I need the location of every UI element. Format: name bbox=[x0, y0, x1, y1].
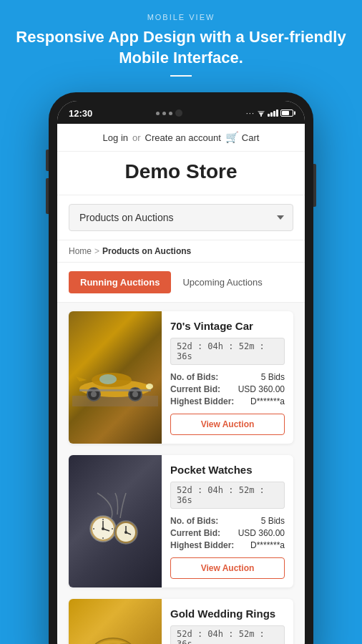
header-section: MOBILE VIEW Responsive App Design with a… bbox=[0, 0, 362, 92]
product-title-2: Gold Wedding Rings bbox=[170, 608, 285, 620]
bid-row-count-0: No. of Bids: 5 Bids bbox=[170, 372, 285, 382]
status-dot1 bbox=[156, 112, 160, 115]
cart-nav[interactable]: 🛒 Cart bbox=[225, 131, 260, 144]
current-bid-value-1: USD 360.00 bbox=[238, 528, 285, 538]
product-layout-0: 70's Vintage Car 52d : 04h : 52m : 36s N… bbox=[69, 311, 293, 444]
gold-rings-svg bbox=[76, 624, 155, 644]
battery-icon bbox=[280, 109, 293, 117]
svg-point-8 bbox=[91, 391, 97, 397]
svg-point-25 bbox=[102, 537, 104, 539]
bid-info-0: No. of Bids: 5 Bids Current Bid: USD 360… bbox=[170, 372, 285, 406]
status-dot2 bbox=[162, 112, 166, 115]
highest-bidder-value-0: D*******a bbox=[250, 396, 285, 406]
dropdown-section: Products on Auctions All Products Runnin… bbox=[57, 195, 305, 240]
current-bid-label-0: Current Bid: bbox=[170, 384, 220, 394]
timer-badge-2: 52d : 04h : 52m : 36s bbox=[170, 625, 285, 644]
bids-value-1: 5 Bids bbox=[261, 516, 285, 526]
mobile-view-label: MOBILE VIEW bbox=[14, 13, 348, 21]
product-card-1: Pocket Watches 52d : 04h : 52m : 36s No.… bbox=[69, 455, 293, 587]
product-card-0: 70's Vintage Car 52d : 04h : 52m : 36s N… bbox=[69, 311, 293, 444]
store-name: Demo Store bbox=[69, 160, 293, 183]
breadcrumb-separator: > bbox=[94, 246, 99, 256]
bid-row-current-1: Current Bid: USD 360.00 bbox=[170, 528, 285, 538]
tab-running[interactable]: Running Auctions bbox=[69, 271, 171, 293]
bids-label-0: No. of Bids: bbox=[170, 372, 218, 382]
product-details-1: Pocket Watches 52d : 04h : 52m : 36s No.… bbox=[162, 455, 293, 587]
status-icons: ··· bbox=[246, 109, 293, 117]
timer-badge-1: 52d : 04h : 52m : 36s bbox=[170, 482, 285, 509]
svg-point-6 bbox=[99, 374, 117, 384]
vintage-car-svg bbox=[72, 349, 158, 406]
bid-row-highest-1: Highest Bidder: D*******a bbox=[170, 540, 285, 550]
svg-point-10 bbox=[132, 391, 138, 397]
svg-point-2 bbox=[260, 115, 262, 117]
breadcrumb-current: Products on Auctions bbox=[102, 246, 191, 256]
breadcrumb-home[interactable]: Home bbox=[69, 246, 92, 256]
bid-row-count-1: No. of Bids: 5 Bids bbox=[170, 516, 285, 526]
signal-bars bbox=[268, 109, 278, 117]
svg-point-11 bbox=[146, 384, 153, 389]
status-center bbox=[156, 109, 182, 117]
bids-value-0: 5 Bids bbox=[261, 372, 285, 382]
network-dots: ··· bbox=[246, 109, 255, 117]
product-title-0: 70's Vintage Car bbox=[170, 320, 285, 332]
svg-marker-12 bbox=[76, 376, 87, 381]
status-bar: 12:30 ··· bbox=[57, 101, 305, 124]
camera-notch bbox=[175, 109, 182, 117]
svg-rect-3 bbox=[72, 396, 158, 406]
product-details-0: 70's Vintage Car 52d : 04h : 52m : 36s N… bbox=[162, 311, 293, 444]
cart-icon: 🛒 bbox=[225, 131, 239, 144]
highest-bidder-label-1: Highest Bidder: bbox=[170, 540, 234, 550]
divider-line bbox=[170, 75, 192, 77]
phone-screen: 12:30 ··· bbox=[57, 101, 305, 644]
category-dropdown[interactable]: Products on Auctions All Products Runnin… bbox=[69, 204, 293, 231]
side-btn-right bbox=[313, 164, 316, 207]
headline: Responsive App Design with a User-friend… bbox=[14, 27, 348, 68]
store-title-section: Demo Store bbox=[57, 152, 305, 195]
current-bid-value-0: USD 360.00 bbox=[238, 384, 285, 394]
svg-point-24 bbox=[102, 519, 104, 520]
side-btn-left bbox=[46, 150, 49, 171]
phone-frame: 12:30 ··· bbox=[49, 92, 313, 644]
product-title-1: Pocket Watches bbox=[170, 464, 285, 476]
timer-badge-0: 52d : 04h : 52m : 36s bbox=[170, 338, 285, 365]
bid-info-1: No. of Bids: 5 Bids Current Bid: USD 360… bbox=[170, 516, 285, 550]
product-image-0 bbox=[69, 311, 162, 444]
side-btn-left2 bbox=[46, 178, 49, 214]
login-link[interactable]: Log in bbox=[103, 132, 128, 143]
view-auction-btn-0[interactable]: View Auction bbox=[170, 414, 285, 435]
product-layout-1: Pocket Watches 52d : 04h : 52m : 36s No.… bbox=[69, 455, 293, 587]
tabs-section: Running Auctions Upcoming Auctions bbox=[57, 263, 305, 303]
product-image-1 bbox=[69, 455, 162, 587]
cart-label: Cart bbox=[242, 132, 260, 143]
product-card-2: Gold Wedding Rings 52d : 04h : 52m : 36s… bbox=[69, 599, 293, 644]
product-details-2: Gold Wedding Rings 52d : 04h : 52m : 36s… bbox=[162, 599, 293, 644]
view-auction-btn-1[interactable]: View Auction bbox=[170, 557, 285, 579]
svg-point-27 bbox=[112, 528, 113, 530]
pocket-watches-svg bbox=[76, 489, 155, 554]
product-image-2 bbox=[69, 599, 162, 644]
highest-bidder-label-0: Highest Bidder: bbox=[170, 396, 234, 406]
nav-or: or bbox=[132, 132, 141, 143]
status-time: 12:30 bbox=[69, 108, 92, 119]
breadcrumb: Home > Products on Auctions bbox=[57, 240, 305, 263]
products-list: 70's Vintage Car 52d : 04h : 52m : 36s N… bbox=[57, 303, 305, 644]
bid-row-current-0: Current Bid: USD 360.00 bbox=[170, 384, 285, 394]
phone-content: Log in or Create an account 🛒 Cart Demo … bbox=[57, 124, 305, 644]
create-account-link[interactable]: Create an account bbox=[145, 132, 221, 143]
tab-upcoming[interactable]: Upcoming Auctions bbox=[171, 271, 273, 293]
bids-label-1: No. of Bids: bbox=[170, 516, 218, 526]
highest-bidder-value-1: D*******a bbox=[250, 540, 285, 550]
wifi-icon bbox=[257, 109, 265, 117]
top-nav: Log in or Create an account 🛒 Cart bbox=[57, 124, 305, 152]
svg-rect-13 bbox=[79, 389, 151, 391]
svg-point-26 bbox=[93, 528, 94, 530]
product-layout-2: Gold Wedding Rings 52d : 04h : 52m : 36s… bbox=[69, 599, 293, 644]
bid-row-highest-0: Highest Bidder: D*******a bbox=[170, 396, 285, 406]
status-dot3 bbox=[169, 112, 172, 115]
current-bid-label-1: Current Bid: bbox=[170, 528, 220, 538]
